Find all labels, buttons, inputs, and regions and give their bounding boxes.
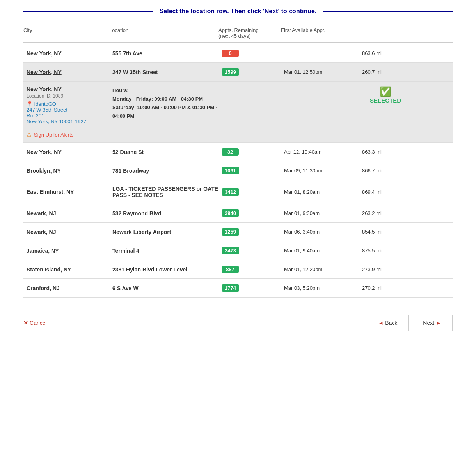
location-address: 52 Duane St (112, 149, 222, 155)
appts-badge-cell: 3412 (222, 188, 284, 196)
identogo-link[interactable]: 📍 IdentoGO (27, 101, 112, 107)
pin-icon: 📍 (27, 101, 33, 107)
city-name: Newark, NJ (27, 210, 112, 216)
instruction-text: Select the location row. Then click 'Nex… (160, 8, 317, 15)
col-city: City (23, 27, 109, 39)
first-appt: Mar 01, 9:40am (284, 248, 362, 254)
location-row[interactable]: Newark, NJ 532 Raymond Blvd 3940 Mar 01,… (23, 204, 453, 223)
location-address: 781 Broadway (112, 168, 222, 174)
distance: 260.7 mi (362, 69, 409, 75)
city-name: Jamaica, NY (27, 248, 112, 254)
location-row[interactable]: Newark, NJ Newark Liberty Airport 1259 M… (23, 223, 453, 241)
back-arrow-icon: ◄ (378, 320, 384, 326)
city-name: Brooklyn, NY (27, 168, 112, 174)
distance: 866.7 mi (362, 168, 409, 174)
appts-badge: 887 (222, 266, 239, 273)
city-name: New York, NY (27, 149, 112, 155)
first-appt: Mar 09, 11:30am (284, 168, 362, 174)
appts-badge: 1061 (222, 167, 239, 174)
location-address: 532 Raymond Blvd (112, 210, 222, 216)
hours-block: Hours: Monday - Friday: 09:00 AM - 04:30… (112, 86, 222, 121)
expanded-detail: New York, NY Location ID: 1089 📍 IdentoG… (23, 82, 453, 129)
next-button[interactable]: Next ► (412, 315, 453, 331)
distance: 863.3 mi (362, 149, 409, 155)
first-appt: Mar 01, 8:20am (284, 189, 362, 195)
location-row[interactable]: East Elmhurst, NY LGA - TICKETED PASSENG… (23, 180, 453, 204)
cancel-x-icon: ✕ (23, 320, 28, 326)
selected-label: SELECTED (370, 97, 401, 104)
alert-icon: ⚠ (27, 131, 32, 138)
appts-badge-cell: 0 (222, 50, 284, 57)
location-row[interactable]: Jamaica, NY Terminal 4 2473 Mar 01, 9:40… (23, 241, 453, 260)
first-appt: Mar 06, 3:40pm (284, 229, 362, 235)
appts-badge-cell: 1061 (222, 167, 284, 174)
col-first-appt: First Available Appt. (281, 27, 359, 39)
selected-indicator: ✅ SELECTED (362, 86, 409, 104)
appts-badge: 1259 (222, 228, 239, 236)
sign-up-alerts-link[interactable]: Sign Up for Alerts (34, 132, 73, 138)
hours-label: Hours: (112, 87, 129, 93)
address-line-3: New York, NY 10001-1927 (27, 119, 112, 124)
appts-badge: 1599 (222, 68, 239, 76)
location-address: 555 7th Ave (112, 50, 222, 57)
appts-badge: 2473 (222, 247, 239, 254)
cancel-link[interactable]: ✕ Cancel (23, 320, 47, 326)
location-address: 2381 Hylan Blvd Lower Level (112, 266, 222, 273)
back-button[interactable]: ◄ Back (367, 315, 409, 331)
first-appt: Mar 01, 12:20pm (284, 266, 362, 272)
location-address: 247 W 35th Street (112, 69, 222, 75)
city-name: East Elmhurst, NY (27, 189, 112, 195)
appts-badge-cell: 1774 (222, 284, 284, 292)
col-location: Location (109, 27, 218, 39)
city-name: New York, NY (27, 50, 112, 57)
appts-badge-cell: 3940 (222, 209, 284, 217)
detail-city-info: New York, NY Location ID: 1089 📍 IdentoG… (27, 86, 112, 124)
first-appt: Mar 03, 5:20pm (284, 285, 362, 291)
location-row[interactable]: Staten Island, NY 2381 Hylan Blvd Lower … (23, 260, 453, 279)
footer-buttons: ◄ Back Next ► (367, 315, 453, 331)
appts-badge: 0 (222, 50, 239, 57)
city-name: Staten Island, NY (27, 266, 112, 273)
address-line-2: Rm 201 (27, 113, 112, 119)
location-address: Newark Liberty Airport (112, 229, 222, 235)
appts-badge: 32 (222, 148, 239, 156)
appts-badge-cell: 32 (222, 148, 284, 156)
locations-list: New York, NY 555 7th Ave 0 863.6 mi New … (23, 44, 453, 298)
appts-badge-cell: 2473 (222, 247, 284, 254)
appts-badge: 3412 (222, 188, 239, 196)
location-address: LGA - TICKETED PASSENGERS or GATE PASS -… (112, 186, 222, 198)
distance: 263.2 mi (362, 210, 409, 216)
distance: 869.4 mi (362, 189, 409, 195)
city-name: Newark, NJ (27, 229, 112, 235)
alerts-row: ⚠ Sign Up for Alerts (23, 129, 453, 143)
distance: 270.2 mi (362, 285, 409, 291)
distance: 273.9 mi (362, 266, 409, 272)
distance: 854.5 mi (362, 229, 409, 235)
address-line-1: 247 W 35th Street (27, 107, 112, 113)
distance: 863.6 mi (362, 50, 409, 56)
location-row[interactable]: New York, NY 52 Duane St 32 Apr 12, 10:4… (23, 143, 453, 161)
appts-badge: 1774 (222, 284, 239, 292)
location-row[interactable]: Cranford, NJ 6 S Ave W 1774 Mar 03, 5:20… (23, 279, 453, 298)
appts-badge-cell: 1259 (222, 228, 284, 236)
footer: ✕ Cancel ◄ Back Next ► (23, 310, 453, 331)
col-distance (359, 27, 406, 39)
first-appt: Mar 01, 12:50pm (284, 69, 362, 75)
next-arrow-icon: ► (436, 320, 441, 326)
col-appts: Appts. Remaining (next 45 days) (218, 27, 281, 39)
location-row[interactable]: New York, NY 555 7th Ave 0 863.6 mi (23, 44, 453, 63)
location-address: 6 S Ave W (112, 285, 222, 291)
detail-city-name: New York, NY (27, 86, 112, 92)
location-row-selected[interactable]: New York, NY 247 W 35th Street 1599 Mar … (23, 63, 453, 82)
appts-badge-cell: 1599 (222, 68, 284, 76)
location-row[interactable]: Brooklyn, NY 781 Broadway 1061 Mar 09, 1… (23, 161, 453, 180)
hours-weekday: Monday - Friday: 09:00 AM - 04:30 PM (112, 96, 203, 102)
appts-badge: 3940 (222, 209, 239, 217)
header-instruction-bar: Select the location row. Then click 'Nex… (23, 8, 453, 15)
location-id: Location ID: 1089 (27, 93, 112, 99)
check-icon: ✅ (380, 86, 391, 97)
column-headers: City Location Appts. Remaining (next 45 … (23, 24, 453, 43)
distance: 875.5 mi (362, 248, 409, 254)
city-name: New York, NY (27, 69, 112, 75)
first-appt: Mar 01, 9:30am (284, 210, 362, 216)
